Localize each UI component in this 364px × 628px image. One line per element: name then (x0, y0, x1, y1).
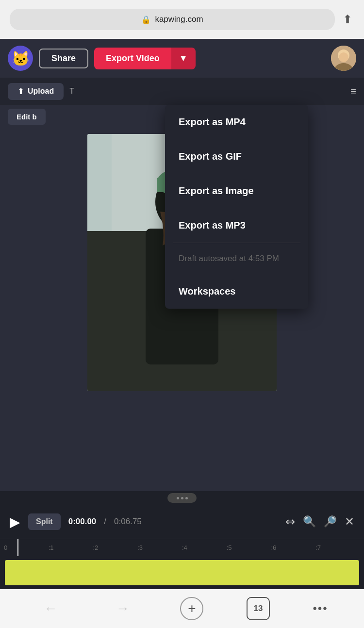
main-content: Edit b (0, 105, 364, 491)
logo-icon: 🐱 (12, 50, 30, 67)
svg-rect-7 (87, 134, 112, 231)
user-avatar[interactable] (331, 46, 356, 71)
fit-button[interactable]: ⇔ (285, 515, 295, 529)
browser-chrome: 🔒 kapwing.com ⬆ (0, 0, 364, 39)
timeline-ruler: 0 :1 :2 :3 :4 :5 :6 :7 (0, 539, 364, 556)
export-mp4-label: Export as MP4 (179, 116, 246, 128)
time-separator: / (104, 517, 106, 527)
edit-b-button[interactable]: Edit b (8, 109, 46, 125)
close-button[interactable]: ✕ (345, 515, 354, 529)
ruler-mark-0: 0 (4, 544, 49, 551)
ruler-mark-6: :6 (271, 544, 316, 551)
export-mp3-label: Export as MP3 (179, 220, 246, 231)
export-dropdown-button[interactable]: ▼ (171, 48, 196, 69)
playback-bar: ▶ Split 0:00.00 / 0:06.75 ⇔ 🔍 🔍 ✕ (0, 505, 364, 539)
toolbar2: ⬆ Upload T ≡ (0, 78, 364, 105)
forward-button[interactable]: → (108, 597, 137, 620)
tab-count-button[interactable]: 13 (247, 597, 270, 620)
upload-label: Upload (28, 87, 54, 96)
playback-controls: ⇔ 🔍 🔍 ✕ (285, 515, 354, 529)
ruler-mark-1: :1 (49, 544, 93, 551)
user-avatar-image (331, 46, 356, 71)
drag-dot-1 (177, 497, 179, 499)
add-tab-button[interactable]: + (180, 597, 203, 620)
drag-handle-area (0, 491, 364, 505)
export-btn-group: Export Video ▼ (94, 48, 196, 69)
drag-dot-2 (181, 497, 183, 499)
track-clip[interactable] (5, 560, 359, 585)
bottom-nav: ← → + 13 ••• (0, 589, 364, 628)
share-button[interactable]: Share (39, 49, 88, 68)
ruler-mark-2: :2 (93, 544, 138, 551)
export-mp4-item[interactable]: Export as MP4 (165, 105, 308, 139)
export-image-item[interactable]: Export as Image (165, 174, 308, 208)
timeline-track[interactable] (0, 556, 364, 589)
drag-handle[interactable] (167, 493, 197, 503)
lock-icon: 🔒 (141, 15, 151, 24)
export-gif-item[interactable]: Export as GIF (165, 139, 308, 174)
browser-share-button[interactable]: ⬆ (343, 13, 352, 26)
export-video-button[interactable]: Export Video (94, 48, 171, 69)
export-gif-label: Export as GIF (179, 151, 242, 162)
split-button[interactable]: Split (28, 513, 61, 530)
workspaces-label: Workspaces (179, 286, 235, 297)
time-current: 0:00.00 (68, 517, 97, 527)
draft-autosave-text: Draft autosaved at 4:53 PM (165, 243, 308, 274)
upload-button[interactable]: ⬆ Upload (8, 83, 64, 100)
logo-avatar[interactable]: 🐱 (8, 46, 33, 71)
url-text: kapwing.com (155, 15, 203, 24)
ruler-mark-5: :5 (227, 544, 271, 551)
ruler-mark-4: :4 (182, 544, 227, 551)
zoom-out-button[interactable]: 🔍 (303, 515, 316, 529)
menu-icon: ≡ (350, 86, 356, 97)
chevron-down-icon: ▼ (179, 53, 188, 64)
upload-icon: ⬆ (17, 87, 24, 96)
time-total: 0:06.75 (114, 517, 142, 527)
back-button[interactable]: ← (36, 597, 65, 620)
svg-point-3 (339, 52, 348, 62)
edit-bar: Edit b (8, 109, 46, 125)
more-button[interactable]: ••• (313, 602, 328, 615)
export-image-label: Export as Image (179, 185, 254, 197)
workspaces-item[interactable]: Workspaces (165, 274, 308, 309)
ruler-mark-7: :7 (315, 544, 360, 551)
dropdown-menu: Export as MP4 Export as GIF Export as Im… (165, 105, 308, 309)
drag-dot-3 (185, 497, 188, 499)
zoom-in-button[interactable]: 🔍 (324, 515, 337, 529)
app-container: 🐱 Share Export Video ▼ ⬆ (0, 39, 364, 589)
timeline-needle (17, 539, 18, 556)
ruler-mark-3: :3 (137, 544, 182, 551)
export-mp3-item[interactable]: Export as MP3 (165, 208, 308, 243)
play-button[interactable]: ▶ (10, 514, 20, 530)
url-bar[interactable]: 🔒 kapwing.com (10, 9, 335, 30)
navbar: 🐱 Share Export Video ▼ (0, 39, 364, 78)
text-tool-label: T (69, 87, 74, 96)
